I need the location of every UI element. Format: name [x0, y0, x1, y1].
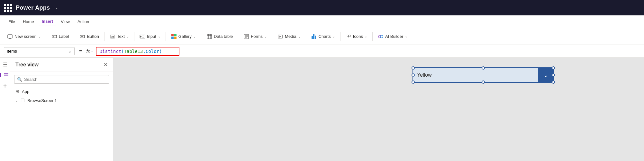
button-label: Button [87, 34, 99, 39]
tree-view-header: Tree view ✕ [10, 58, 113, 72]
ai-builder-chevron[interactable]: ⌄ [405, 35, 407, 38]
menu-insert[interactable]: Insert [39, 17, 56, 26]
tree-item-app[interactable]: ⊞ App [10, 87, 113, 96]
svg-rect-12 [142, 36, 144, 36]
dropdown-arrow-button[interactable]: ⌄ [538, 68, 553, 82]
dropdown-arrow-icon: ⌄ [543, 72, 548, 79]
media-icon [277, 34, 283, 39]
ai-builder-label: AI Builder [385, 34, 403, 39]
svg-rect-28 [4, 73, 8, 74]
svg-rect-29 [4, 75, 8, 76]
formula-property-dropdown[interactable]: Items ⌄ [4, 47, 75, 55]
resize-handle-br[interactable] [552, 80, 555, 84]
formula-fx-button[interactable]: fx ⌄ [86, 49, 93, 54]
gallery-icon [171, 34, 177, 39]
menu-home[interactable]: Home [20, 17, 37, 26]
formula-property-value: Items [7, 49, 17, 54]
tree-search-box[interactable]: 🔍 [14, 75, 109, 84]
formula-expression: Distinct(Table13,Color) [100, 49, 162, 54]
tree-item-browse-screen[interactable]: ⌄ ☐ BrowseScreen1 [10, 96, 113, 105]
menu-action[interactable]: Action [74, 17, 92, 26]
tree-search-input[interactable] [24, 77, 106, 82]
button-toolbar-button[interactable]: Button [76, 32, 102, 41]
dropdown-selected-value: Yellow [413, 68, 538, 82]
sep1 [46, 32, 46, 41]
data-table-button[interactable]: Data table [203, 32, 236, 41]
resize-handle-mr[interactable] [552, 73, 555, 77]
input-icon [140, 34, 145, 39]
gallery-chevron[interactable]: ⌄ [193, 35, 196, 38]
app-title-chevron[interactable]: ⌄ [55, 5, 58, 10]
text-button[interactable]: Ab Text ⌄ [106, 32, 132, 41]
input-button[interactable]: Input ⌄ [136, 32, 164, 41]
charts-chevron[interactable]: ⌄ [332, 35, 335, 38]
new-screen-button[interactable]: New screen ⌄ [4, 32, 44, 41]
label-icon: A [51, 34, 57, 39]
svg-text:Ab: Ab [111, 36, 114, 38]
media-chevron[interactable]: ⌄ [298, 35, 301, 38]
tree-view-title: Tree view [15, 62, 39, 68]
app-title: Power Apps [16, 4, 50, 11]
tree-close-button[interactable]: ✕ [104, 62, 108, 68]
resize-handle-tl[interactable] [412, 66, 415, 70]
sep4 [134, 32, 134, 41]
resize-handle-bm[interactable] [482, 80, 485, 84]
sep8 [272, 32, 272, 41]
add-component-button[interactable]: + [3, 82, 7, 90]
new-screen-chevron[interactable]: ⌄ [38, 35, 41, 38]
media-label: Media [285, 34, 296, 39]
forms-icon [243, 34, 249, 39]
ai-builder-button[interactable]: AI Builder ⌄ [375, 32, 411, 41]
formula-dropdown-chevron: ⌄ [68, 49, 72, 54]
browse-screen-chevron: ⌄ [15, 99, 18, 102]
svg-point-27 [380, 35, 383, 38]
screen-icon: ☐ [21, 98, 25, 103]
resize-handle-tm[interactable] [482, 66, 485, 70]
new-screen-icon [7, 34, 13, 39]
menu-file[interactable]: File [5, 17, 18, 26]
app-grid-icon[interactable] [4, 4, 12, 12]
forms-button[interactable]: Forms ⌄ [240, 32, 270, 41]
charts-button[interactable]: Charts ⌄ [308, 32, 338, 41]
formula-fx-label: fx [86, 49, 90, 54]
tree-view-panel: Tree view ✕ 🔍 ⊞ App ⌄ ☐ BrowseScreen1 [10, 58, 113, 161]
svg-rect-13 [142, 37, 144, 38]
icons-toolbar-icon [346, 34, 351, 39]
resize-handle-tr[interactable] [552, 66, 555, 70]
sidebar-toggle-strip: ☰ + [0, 58, 10, 161]
formula-fx-chevron[interactable]: ⌄ [91, 49, 93, 53]
svg-rect-14 [207, 34, 212, 39]
charts-icon [311, 34, 317, 39]
formula-column: Color [146, 49, 159, 54]
resize-handle-bl[interactable] [412, 80, 415, 84]
media-button[interactable]: Media ⌄ [274, 32, 304, 41]
dropdown-widget-container: Yellow ⌄ [413, 67, 554, 83]
icons-button[interactable]: Icons ⌄ [342, 32, 370, 41]
tree-search-icon: 🔍 [17, 77, 22, 82]
layers-button[interactable] [0, 73, 10, 77]
label-label: Label [59, 34, 69, 39]
formula-function: Distinct [100, 49, 121, 54]
input-chevron[interactable]: ⌄ [158, 35, 160, 38]
text-icon: Ab [110, 34, 115, 39]
icons-chevron[interactable]: ⌄ [365, 35, 367, 38]
label-button[interactable]: A Label [48, 32, 72, 41]
hamburger-menu-button[interactable]: ☰ [3, 62, 7, 68]
sep5 [166, 32, 166, 41]
formula-input[interactable]: Distinct(Table13,Color) [96, 47, 179, 56]
gallery-button[interactable]: Gallery ⌄ [168, 32, 199, 41]
gallery-label: Gallery [178, 34, 192, 39]
app-icon: ⊞ [15, 89, 19, 94]
toolbar: New screen ⌄ A Label Button Ab [0, 28, 644, 45]
formula-eq-sign: = [77, 48, 84, 54]
dropdown-control[interactable]: Yellow ⌄ [413, 67, 554, 83]
top-bar: Power Apps ⌄ [0, 0, 644, 15]
sep9 [306, 32, 306, 41]
forms-label: Forms [251, 34, 263, 39]
svg-text:A: A [52, 36, 54, 38]
resize-handle-ml[interactable] [412, 73, 415, 77]
menu-view[interactable]: View [58, 17, 73, 26]
forms-chevron[interactable]: ⌄ [264, 35, 267, 38]
icons-label: Icons [353, 34, 363, 39]
text-chevron[interactable]: ⌄ [126, 35, 129, 38]
